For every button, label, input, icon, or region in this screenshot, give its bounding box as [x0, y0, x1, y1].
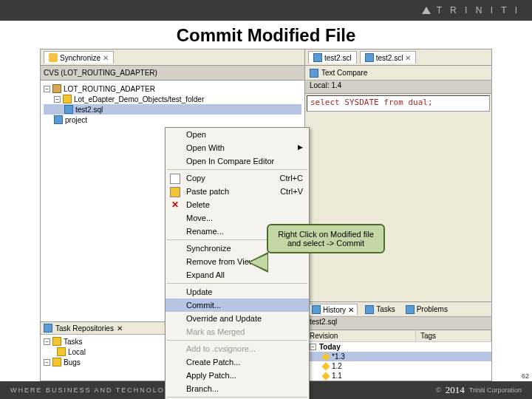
- cm-update[interactable]: Update: [166, 285, 309, 299]
- cm-open-with[interactable]: Open With▶: [166, 141, 309, 154]
- cm-cvsignore: Add to .cvsignore...: [166, 342, 309, 355]
- sync-icon: [49, 53, 58, 62]
- cm-delete[interactable]: ✕Delete: [166, 198, 309, 211]
- file-icon: [313, 53, 322, 62]
- tab-file-1[interactable]: test2.scl: [308, 51, 357, 64]
- copy-icon: [170, 174, 180, 184]
- cm-paste[interactable]: Paste patchCtrl+V: [166, 185, 309, 198]
- tree-label: project: [65, 116, 87, 124]
- bottom-tabbar: History✕ Tasks Problems: [305, 302, 491, 317]
- brand-logo: T R I N I T I: [422, 5, 520, 16]
- tree-project[interactable]: project: [44, 115, 301, 125]
- editor-area: [305, 113, 491, 301]
- tab-label: Synchronize: [60, 54, 100, 62]
- separator: [167, 169, 307, 170]
- tree-folder[interactable]: − Lot_eDapter_Demo_Objects/test_folder: [44, 94, 301, 104]
- package-icon: [52, 84, 61, 93]
- tree-label: Lot_eDapter_Demo_Objects/test_folder: [74, 95, 204, 103]
- adapter-bar[interactable]: CVS (LOT_ROUTING_ADAPTER): [41, 66, 304, 81]
- page-title: Commit Modified File: [0, 25, 532, 46]
- instruction-callout: Right Click on Modified file and select …: [267, 224, 385, 253]
- sql-editor[interactable]: select SYSDATE from dual;: [307, 95, 490, 112]
- footer-right: © 2014 Triniti Corporation: [436, 384, 522, 396]
- separator: [167, 283, 307, 284]
- copyright-icon: ©: [436, 386, 441, 394]
- hist-r11[interactable]: 1.1: [305, 371, 491, 381]
- col-revision[interactable]: Revision: [305, 330, 416, 341]
- hist-r13[interactable]: *1.3: [305, 352, 491, 361]
- cm-commit[interactable]: Commit...: [166, 299, 309, 312]
- footer-corp: Triniti Corporation: [469, 386, 522, 394]
- context-menu: Open Open With▶ Open In Compare Editor C…: [165, 127, 310, 399]
- history-icon: [312, 305, 321, 314]
- cm-branch[interactable]: Branch...: [166, 382, 309, 395]
- cm-override[interactable]: Override and Update: [166, 312, 309, 325]
- separator: [167, 397, 307, 398]
- right-pane: test2.scl test2.scl✕ Text Compare Local:…: [305, 50, 491, 381]
- task-icon: [44, 324, 52, 332]
- file-icon: [54, 115, 63, 124]
- problems-icon: [406, 305, 415, 314]
- file-icon: [365, 53, 374, 62]
- folder-icon: [63, 95, 72, 103]
- history-table: Revision Tags −Today *1.3 1.2 1.1: [305, 330, 491, 381]
- compare-bar: Text Compare: [305, 66, 491, 81]
- diamond-icon: [321, 372, 330, 380]
- page-number: 62: [522, 372, 529, 380]
- diamond-icon: [321, 352, 330, 361]
- tab-tasks[interactable]: Tasks: [362, 304, 398, 315]
- ide-window: Synchronize ✕ CVS (LOT_ROUTING_ADAPTER) …: [40, 49, 492, 381]
- brand-text: T R I N I T I: [437, 5, 520, 16]
- cm-copy[interactable]: CopyCtrl+C: [166, 171, 309, 185]
- hist-today[interactable]: −Today: [305, 342, 491, 352]
- compare-label: Text Compare: [321, 69, 367, 77]
- task-tab-label: Task Repositories: [55, 324, 114, 332]
- close-icon[interactable]: ✕: [117, 324, 123, 332]
- close-icon[interactable]: ✕: [405, 54, 411, 62]
- sync-tabbar: Synchronize ✕: [41, 50, 304, 66]
- tree-root[interactable]: − LOT_ROUTING_ADAPTER: [44, 83, 301, 94]
- cm-move[interactable]: Move...: [166, 211, 309, 225]
- tab-synchronize[interactable]: Synchronize ✕: [44, 51, 114, 64]
- folder-icon: [57, 347, 66, 356]
- cm-remove-view[interactable]: Remove from View: [166, 255, 309, 268]
- col-tags[interactable]: Tags: [416, 330, 491, 341]
- tree-label: test2.sql: [75, 106, 103, 114]
- close-icon[interactable]: ✕: [348, 306, 354, 314]
- editor-tabbar: test2.scl test2.scl✕: [305, 50, 491, 66]
- tab-problems[interactable]: Problems: [403, 304, 451, 315]
- triangle-icon: [422, 7, 431, 14]
- tab-file-2[interactable]: test2.scl✕: [360, 51, 417, 64]
- cm-open-compare[interactable]: Open In Compare Editor: [166, 154, 309, 168]
- collapse-icon[interactable]: −: [44, 86, 50, 92]
- folder-icon: [52, 358, 61, 366]
- folder-icon: [52, 337, 61, 346]
- collapse-icon[interactable]: −: [54, 96, 61, 103]
- separator: [167, 340, 307, 341]
- tree-label: LOT_ROUTING_ADAPTER: [64, 85, 155, 93]
- tree-file-test2[interactable]: test2.sql: [44, 104, 301, 115]
- diamond-icon: [321, 362, 330, 370]
- cm-open[interactable]: Open: [166, 128, 309, 141]
- delete-icon: ✕: [170, 200, 180, 211]
- cm-mark-merged: Mark as Merged: [166, 325, 309, 338]
- footer-year: 2014: [446, 384, 465, 396]
- cm-apply-patch[interactable]: Apply Patch...: [166, 369, 309, 382]
- history-file: test2.sql: [305, 317, 491, 330]
- file-icon: [64, 105, 73, 114]
- close-icon[interactable]: ✕: [103, 54, 109, 62]
- tab-history[interactable]: History✕: [308, 304, 358, 315]
- cm-expand-all[interactable]: Expand All: [166, 268, 309, 282]
- callout-text: Right Click on Modified file and select …: [278, 230, 374, 248]
- tasks-icon: [365, 305, 374, 314]
- local-version-bar: Local: 1.4: [305, 81, 491, 94]
- hist-r12[interactable]: 1.2: [305, 361, 491, 371]
- callout-tail: [248, 252, 268, 273]
- compare-icon: [310, 69, 318, 78]
- history-header: Revision Tags: [305, 330, 491, 342]
- paste-icon: [170, 187, 180, 197]
- cm-create-patch[interactable]: Create Patch...: [166, 355, 309, 369]
- brand-header: T R I N I T I: [0, 0, 532, 21]
- adapter-label: CVS (LOT_ROUTING_ADAPTER): [44, 69, 157, 77]
